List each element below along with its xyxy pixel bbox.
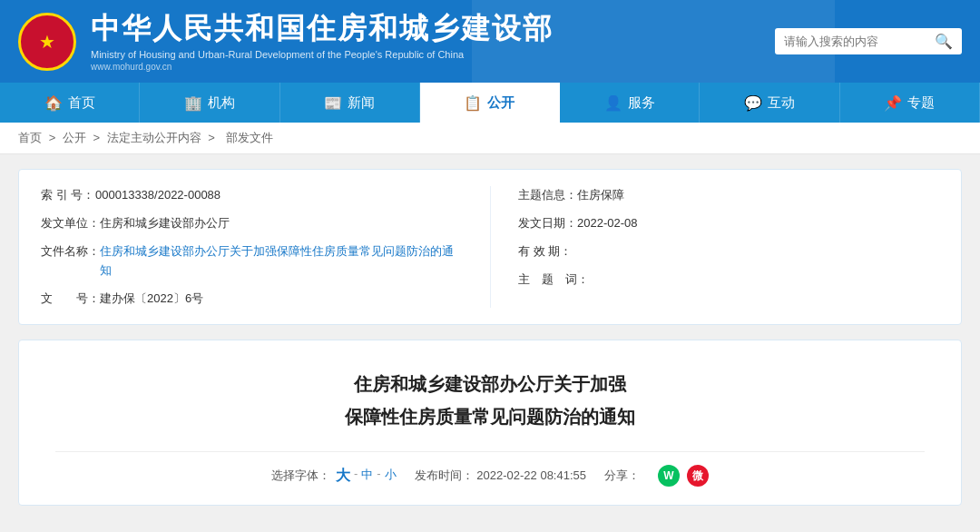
font-size-links: 大 - 中 - 小 [336,467,397,486]
date-label: 发文日期： [518,214,577,233]
nav-item-open[interactable]: 📋 公开 [420,83,560,123]
info-row-theme: 主题信息： 住房保障 [518,186,939,205]
font-sep1: - [354,467,358,486]
wechat-icon: W [663,469,673,482]
document-info-card: 索 引 号： 000013338/2022-00088 发文单位： 住房和城乡建… [18,169,962,325]
info-row-date: 发文日期： 2022-02-08 [518,214,939,233]
document-title: 住房和城乡建设部办公厅关于加强 保障性住房质量常见问题防治的通知 [55,368,925,433]
date-value: 2022-02-08 [577,214,638,233]
theme-label: 主题信息： [518,186,577,205]
index-value: 000013338/2022-00088 [95,186,220,205]
breadcrumb-disclosure[interactable]: 法定主动公开内容 [107,131,201,144]
wechat-share-button[interactable]: W [658,465,680,487]
doc-title-line2: 保障性住房质量常见问题防治的通知 [55,400,925,433]
emblem-star: ★ [39,31,55,53]
info-right-column: 主题信息： 住房保障 发文日期： 2022-02-08 有 效 期： 主 题 词… [490,186,939,308]
nav-label-org: 机构 [208,94,235,112]
nav-item-special[interactable]: 📌 专题 [840,83,980,123]
search-box: 🔍 [775,28,962,54]
breadcrumb-sep1: > [49,131,59,144]
header-title-cn: 中华人民共和国住房和城乡建设部 [91,11,554,45]
info-row-keywords: 主 题 词： [518,271,939,290]
info-row-filename: 文件名称： 住房和城乡建设部办公厅关于加强保障性住房质量常见问题防治的通知 [41,242,463,281]
open-icon: 📋 [464,94,482,112]
header-title-en: Ministry of Housing and Urban-Rural Deve… [91,49,554,60]
valid-label: 有 效 期： [518,242,573,261]
document-footer: 选择字体： 大 - 中 - 小 发布时间： 2022-02-22 08:41:5… [55,451,925,487]
nav-item-interact[interactable]: 💬 互动 [700,83,839,123]
service-icon: 👤 [604,94,622,112]
nav-label-interact: 互动 [768,94,795,112]
index-label: 索 引 号： [41,186,95,205]
breadcrumb-sep2: > [93,131,103,144]
home-icon: 🏠 [44,94,63,112]
nav-label-service: 服务 [628,94,655,112]
logo-emblem: ★ [18,13,76,71]
font-size-medium[interactable]: 中 [361,467,373,486]
keywords-label: 主 题 词： [518,271,589,290]
weibo-share-button[interactable]: 微 [687,465,709,487]
info-grid: 索 引 号： 000013338/2022-00088 发文单位： 住房和城乡建… [41,186,939,308]
filename-value: 住房和城乡建设部办公厅关于加强保障性住房质量常见问题防治的通知 [100,242,463,281]
nav-label-special: 专题 [907,94,935,112]
main-nav: 🏠 首页 🏢 机构 📰 新闻 📋 公开 👤 服务 💬 互动 📌 专题 [0,83,980,123]
search-button[interactable]: 🔍 [935,33,953,50]
publish-time-label: 发布时间： [415,468,474,482]
breadcrumb: 首页 > 公开 > 法定主动公开内容 > 部发文件 [0,123,980,154]
breadcrumb-open[interactable]: 公开 [63,131,86,144]
info-row-filenumber: 文 号： 建办保〔2022〕6号 [41,290,463,309]
news-icon: 📰 [324,94,342,112]
doc-title-line1: 住房和城乡建设部办公厅关于加强 [55,368,925,400]
info-row-validperiod: 有 效 期： [518,242,939,261]
nav-item-org[interactable]: 🏢 机构 [140,83,279,123]
font-size-control: 选择字体： 大 - 中 - 小 [271,467,397,486]
font-size-small[interactable]: 小 [385,467,397,486]
nav-label-news: 新闻 [348,94,375,112]
interact-icon: 💬 [744,94,762,112]
header-title-block: 中华人民共和国住房和城乡建设部 Ministry of Housing and … [91,11,554,72]
font-size-large[interactable]: 大 [336,467,350,486]
info-row-issuer: 发文单位： 住房和城乡建设部办公厅 [41,214,463,233]
publish-time-value: 2022-02-22 08:41:55 [476,468,586,482]
share-icons: W 微 [658,465,709,487]
theme-value: 住房保障 [577,186,624,205]
font-size-label: 选择字体： [271,468,330,484]
header-url: www.mohurd.gov.cn [91,62,554,72]
emblem-circle: ★ [18,13,76,71]
nav-item-service[interactable]: 👤 服务 [560,83,700,123]
page-header: ★ 中华人民共和国住房和城乡建设部 Ministry of Housing an… [0,0,980,83]
filenumber-label: 文 号： [41,290,100,309]
info-row-index: 索 引 号： 000013338/2022-00088 [41,186,463,205]
special-icon: 📌 [884,94,902,112]
org-icon: 🏢 [184,94,202,112]
breadcrumb-sep3: > [208,131,218,144]
document-card: 住房和城乡建设部办公厅关于加强 保障性住房质量常见问题防治的通知 选择字体： 大… [18,340,962,506]
publish-time: 发布时间： 2022-02-22 08:41:55 [415,468,586,484]
font-sep2: - [377,467,380,486]
issuer-value: 住房和城乡建设部办公厅 [100,214,230,233]
breadcrumb-home[interactable]: 首页 [18,131,42,144]
header-left: ★ 中华人民共和国住房和城乡建设部 Ministry of Housing an… [18,11,554,72]
issuer-label: 发文单位： [41,214,100,233]
filename-label: 文件名称： [41,242,100,261]
nav-label-open: 公开 [487,94,514,112]
info-left-column: 索 引 号： 000013338/2022-00088 发文单位： 住房和城乡建… [41,186,490,308]
filenumber-value: 建办保〔2022〕6号 [100,290,203,309]
main-content: 索 引 号： 000013338/2022-00088 发文单位： 住房和城乡建… [0,154,980,520]
share-label: 分享： [604,468,640,484]
nav-item-news[interactable]: 📰 新闻 [280,83,420,123]
search-input[interactable] [784,34,929,48]
nav-label-home: 首页 [68,94,95,112]
breadcrumb-current: 部发文件 [226,131,273,144]
nav-item-home[interactable]: 🏠 首页 [0,83,140,123]
weibo-icon: 微 [692,468,703,484]
